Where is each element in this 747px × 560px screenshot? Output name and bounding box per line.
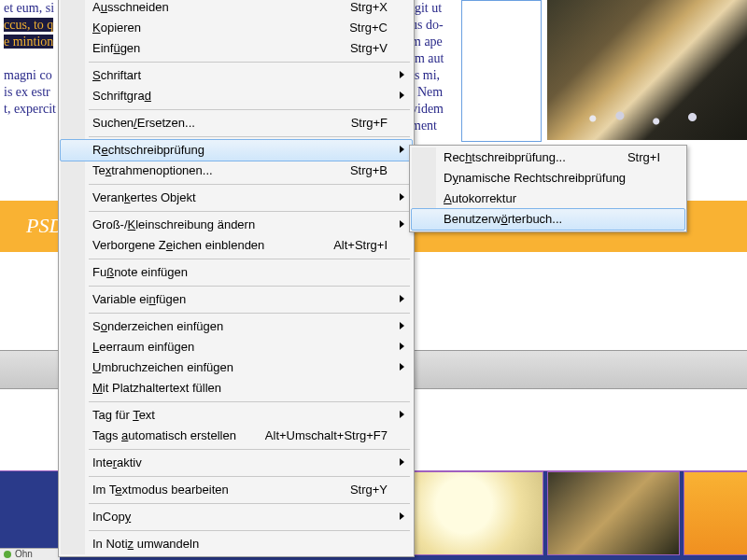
context-menu-item-29[interactable]: Interaktiv bbox=[61, 453, 412, 473]
submenu-arrow-icon bbox=[400, 193, 404, 201]
menu-item-label: Tag für Text bbox=[92, 408, 155, 422]
context-menu-item-5[interactable]: Schriftgrad bbox=[61, 86, 412, 106]
menu-item-label: Leerraum einfügen bbox=[92, 340, 194, 354]
menu-item-label: InCopy bbox=[92, 510, 131, 524]
submenu-arrow-icon bbox=[400, 71, 404, 78]
menu-item-label: Rechtschreibprüfung... bbox=[444, 150, 566, 164]
menu-item-label: Schriftgrad bbox=[92, 89, 151, 103]
menu-separator bbox=[89, 449, 410, 450]
menu-separator bbox=[89, 259, 410, 259]
menu-shortcut: Strg+F bbox=[351, 113, 388, 133]
submenu-arrow-icon bbox=[400, 91, 404, 99]
context-menu-item-33[interactable]: InCopy bbox=[61, 507, 412, 527]
context-menu-item-2[interactable]: EinfügenStrg+V bbox=[61, 38, 412, 59]
context-menu-item-24[interactable]: Mit Platzhaltertext füllen bbox=[61, 378, 412, 399]
menu-shortcut: Alt+Strg+I bbox=[333, 235, 388, 256]
context-menu-item-10[interactable]: Textrahmenoptionen...Strg+B bbox=[61, 161, 412, 181]
menu-separator bbox=[89, 401, 410, 402]
menu-item-label: Sonderzeichen einfügen bbox=[92, 319, 223, 333]
context-menu-item-27[interactable]: Tags automatisch erstellenAlt+Umschalt+S… bbox=[61, 426, 412, 446]
spellcheck-submenu-item-3[interactable]: Benutzerwörterbuch... bbox=[411, 208, 685, 231]
submenu-arrow-icon bbox=[400, 146, 404, 153]
submenu-arrow-icon bbox=[400, 220, 404, 228]
menu-separator bbox=[89, 62, 410, 63]
menu-item-label: Benutzerwörterbuch... bbox=[444, 212, 562, 226]
photo-roses[interactable] bbox=[547, 0, 747, 140]
menu-shortcut: Strg+B bbox=[350, 161, 388, 181]
spellcheck-submenu[interactable]: Rechtschreibprüfung...Strg+IDynamische R… bbox=[409, 145, 687, 232]
empty-frame[interactable] bbox=[461, 0, 542, 142]
thumbnail-frame-2[interactable] bbox=[547, 471, 680, 555]
menu-shortcut: Strg+V bbox=[350, 38, 388, 59]
menu-item-label: Ausschneiden bbox=[92, 0, 169, 14]
thumbnail-frame-1[interactable] bbox=[411, 471, 543, 555]
menu-item-label: Verborgene Zeichen einblenden bbox=[92, 238, 264, 252]
body-text-left: et eum, si ccus, to q e mintion magni co… bbox=[0, 0, 62, 140]
menu-item-label: Groß-/Kleinschreibung ändern bbox=[92, 217, 255, 231]
submenu-arrow-icon bbox=[400, 363, 404, 371]
menu-item-label: In Notiz umwandeln bbox=[92, 537, 199, 551]
context-menu-item-12[interactable]: Verankertes Objekt bbox=[61, 188, 412, 208]
menu-shortcut: Strg+X bbox=[350, 0, 388, 18]
spellcheck-submenu-item-1[interactable]: Dynamische Rechtschreibprüfung bbox=[412, 168, 684, 189]
context-menu-item-14[interactable]: Groß-/Kleinschreibung ändern bbox=[61, 215, 412, 235]
menu-separator bbox=[89, 476, 410, 477]
submenu-arrow-icon bbox=[400, 322, 404, 329]
menu-item-label: Variable einfügen bbox=[92, 292, 186, 306]
menu-item-label: Autokorrektur bbox=[444, 191, 516, 205]
submenu-arrow-icon bbox=[400, 295, 404, 302]
menu-separator bbox=[89, 136, 410, 137]
menu-separator bbox=[89, 109, 410, 110]
menu-separator bbox=[89, 313, 410, 314]
menu-separator bbox=[89, 286, 410, 287]
context-menu-item-26[interactable]: Tag für Text bbox=[61, 405, 412, 426]
submenu-arrow-icon bbox=[400, 343, 404, 350]
menu-separator bbox=[89, 184, 410, 185]
body-text-right: igit ut us do- m ape im aut is mi, . Nem… bbox=[411, 0, 461, 140]
context-menu-item-7[interactable]: Suchen/Ersetzen...Strg+F bbox=[61, 113, 412, 133]
submenu-arrow-icon bbox=[400, 512, 404, 520]
context-menu-item-15[interactable]: Verborgene Zeichen einblendenAlt+Strg+I bbox=[61, 235, 412, 256]
context-menu-item-17[interactable]: Fußnote einfügen bbox=[61, 262, 412, 283]
menu-item-label: Rechtschreibprüfung bbox=[92, 143, 204, 157]
context-menu-item-4[interactable]: Schriftart bbox=[61, 65, 412, 86]
menu-shortcut: Alt+Umschalt+Strg+F7 bbox=[265, 426, 388, 446]
menu-item-label: Tags automatisch erstellen bbox=[92, 428, 236, 442]
context-menu-item-21[interactable]: Sonderzeichen einfügen bbox=[61, 316, 412, 337]
context-menu-item-1[interactable]: KopierenStrg+C bbox=[61, 18, 412, 38]
spellcheck-submenu-item-2[interactable]: Autokorrektur bbox=[412, 189, 684, 209]
menu-separator bbox=[89, 530, 410, 531]
menu-item-label: Suchen/Ersetzen... bbox=[92, 116, 195, 130]
context-menu-item-19[interactable]: Variable einfügen bbox=[61, 289, 412, 310]
menu-item-label: Textrahmenoptionen... bbox=[92, 163, 213, 177]
menu-item-label: Einfügen bbox=[92, 41, 140, 55]
menu-separator bbox=[89, 503, 410, 504]
submenu-arrow-icon bbox=[400, 458, 404, 466]
menu-item-label: Umbruchzeichen einfügen bbox=[92, 360, 233, 374]
menu-shortcut: Strg+C bbox=[349, 18, 388, 38]
context-menu[interactable]: AusschneidenStrg+XKopierenStrg+CEinfügen… bbox=[58, 0, 415, 557]
menu-item-label: Dynamische Rechtschreibprüfung bbox=[444, 171, 626, 185]
spellcheck-submenu-item-0[interactable]: Rechtschreibprüfung...Strg+I bbox=[412, 147, 684, 168]
menu-item-label: Verankertes Objekt bbox=[92, 190, 196, 204]
status-bar: Ohn bbox=[0, 548, 60, 560]
context-menu-item-35[interactable]: In Notiz umwandeln bbox=[61, 534, 412, 554]
context-menu-item-23[interactable]: Umbruchzeichen einfügen bbox=[61, 357, 412, 378]
menu-separator bbox=[89, 211, 410, 212]
menu-shortcut: Strg+I bbox=[627, 147, 660, 168]
context-menu-item-0[interactable]: AusschneidenStrg+X bbox=[61, 0, 412, 18]
menu-item-label: Interaktiv bbox=[92, 455, 142, 469]
menu-item-label: Mit Platzhaltertext füllen bbox=[92, 381, 221, 395]
context-menu-item-31[interactable]: Im Textmodus bearbeitenStrg+Y bbox=[61, 480, 412, 500]
thumbnail-frame-3[interactable] bbox=[684, 471, 747, 555]
menu-item-label: Im Textmodus bearbeiten bbox=[92, 483, 229, 497]
menu-shortcut: Strg+Y bbox=[350, 480, 388, 500]
context-menu-item-9[interactable]: Rechtschreibprüfung bbox=[60, 139, 413, 161]
menu-item-label: Fußnote einfügen bbox=[92, 265, 188, 279]
status-dot-icon bbox=[4, 551, 11, 558]
submenu-arrow-icon bbox=[400, 411, 404, 418]
menu-item-label: Schriftart bbox=[92, 68, 141, 82]
menu-item-label: Kopieren bbox=[92, 21, 141, 35]
context-menu-item-22[interactable]: Leerraum einfügen bbox=[61, 337, 412, 357]
